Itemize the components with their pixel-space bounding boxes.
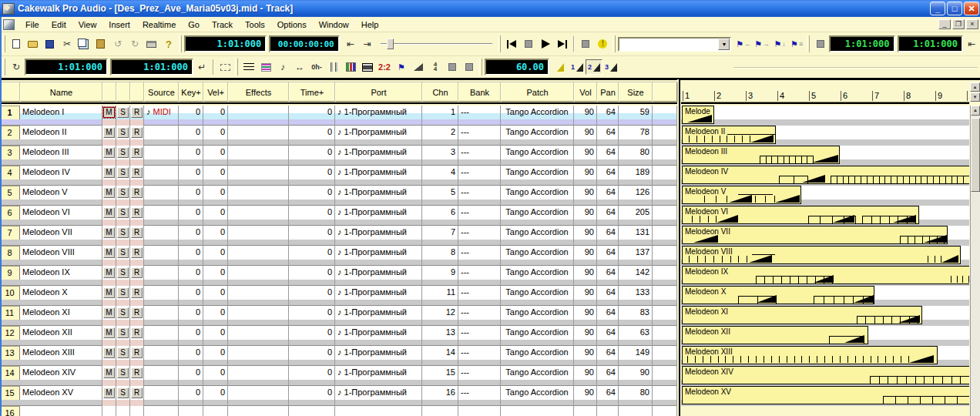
- punch-set-button[interactable]: ⇤: [963, 36, 980, 52]
- cell-time[interactable]: 0: [289, 266, 335, 286]
- mute-button[interactable]: M: [103, 167, 115, 178]
- cell-bank[interactable]: ---: [458, 346, 501, 366]
- mute-button[interactable]: M: [103, 287, 115, 298]
- cell-pan[interactable]: 64: [597, 186, 619, 206]
- menu-item-insert[interactable]: Insert: [102, 18, 136, 32]
- cell-source[interactable]: [144, 386, 179, 406]
- hex-view-button[interactable]: 0h-: [308, 59, 325, 75]
- toolbar-grip[interactable]: [2, 35, 5, 52]
- cell-size[interactable]: 137: [619, 246, 653, 266]
- toolbar-grip[interactable]: [235, 59, 238, 75]
- cell-port[interactable]: ♪ 1-Программный: [335, 186, 422, 206]
- cell-port[interactable]: ♪ 1-Программный: [335, 246, 422, 266]
- cell-chn[interactable]: 14: [422, 346, 458, 366]
- go-end-button[interactable]: [554, 36, 571, 52]
- cell-name[interactable]: Melodeon I: [20, 106, 102, 126]
- cell-bank[interactable]: ---: [458, 166, 501, 186]
- cell-effects[interactable]: [228, 186, 289, 206]
- solo-button[interactable]: S: [117, 127, 129, 138]
- cell-effects[interactable]: [228, 146, 289, 166]
- cell-patch[interactable]: Tango Accordion: [501, 206, 574, 226]
- cell-vel[interactable]: 0: [203, 246, 228, 266]
- cell-patch[interactable]: Tango Accordion: [501, 166, 574, 186]
- tempo-ratio-2-button[interactable]: 2: [586, 59, 602, 75]
- cell-key[interactable]: 0: [179, 106, 203, 126]
- track-number-cell[interactable]: 3: [0, 146, 20, 159]
- cell-port[interactable]: ♪ 1-Программный: [335, 266, 422, 286]
- track-number-cell[interactable]: 13: [0, 346, 20, 360]
- cell-port[interactable]: ♪ 1-Программный: [335, 366, 422, 386]
- solo-button[interactable]: S: [117, 387, 129, 398]
- cell-name[interactable]: Melodeon XIII: [20, 346, 102, 366]
- marker-dropdown[interactable]: ▼: [618, 37, 731, 52]
- cut-button[interactable]: ✂: [59, 36, 76, 52]
- layout-button[interactable]: [461, 59, 478, 75]
- track-number-cell[interactable]: 11: [0, 306, 20, 320]
- clip[interactable]: Melodeon XV: [682, 386, 969, 404]
- open-file-button[interactable]: [25, 36, 42, 52]
- minimize-button[interactable]: _: [930, 2, 945, 15]
- track-number-cell[interactable]: 6: [0, 206, 20, 220]
- cell-key[interactable]: 0: [179, 366, 203, 386]
- mute-button[interactable]: M: [103, 387, 115, 398]
- mute-button[interactable]: M: [103, 267, 115, 278]
- clip[interactable]: Melodeon V: [682, 186, 801, 204]
- menu-item-window[interactable]: Window: [313, 18, 355, 32]
- punch-in-display[interactable]: 1:01:000: [829, 35, 894, 52]
- loop-from-display[interactable]: 1:01:000: [25, 59, 108, 75]
- cell-effects[interactable]: [228, 366, 289, 386]
- mute-button[interactable]: M: [103, 127, 115, 138]
- cell-name[interactable]: Melodeon IV: [20, 166, 102, 186]
- cell-time[interactable]: 0: [289, 226, 335, 246]
- cell-effects[interactable]: [228, 326, 289, 346]
- cell-bank[interactable]: ---: [458, 266, 501, 286]
- cell-key[interactable]: 0: [179, 306, 203, 326]
- cell-effects[interactable]: [228, 246, 289, 266]
- cell-effects[interactable]: [228, 306, 289, 326]
- cell-bank[interactable]: ---: [458, 386, 501, 406]
- cell-vel[interactable]: 0: [203, 366, 228, 386]
- menu-item-go[interactable]: Go: [182, 18, 206, 32]
- toolbar-grip[interactable]: [2, 59, 5, 75]
- cell-source[interactable]: [144, 126, 179, 146]
- menu-item-track[interactable]: Track: [206, 18, 239, 32]
- cell-pan[interactable]: 64: [597, 326, 619, 346]
- mute-button[interactable]: M: [103, 187, 115, 198]
- cell-vol[interactable]: 90: [574, 386, 597, 406]
- mute-button[interactable]: M: [103, 147, 115, 158]
- menu-item-view[interactable]: View: [72, 18, 103, 32]
- cell-vel[interactable]: 0: [203, 306, 228, 326]
- solo-button[interactable]: S: [117, 327, 129, 338]
- step-back-button[interactable]: ⇤: [342, 36, 359, 52]
- menu-item-edit[interactable]: Edit: [45, 18, 72, 32]
- cell-name[interactable]: Melodeon XI: [20, 306, 102, 326]
- clip[interactable]: Melodeon VI: [682, 206, 919, 224]
- cell-name[interactable]: Melodeon VII: [20, 226, 102, 246]
- big-time-button[interactable]: 2:2: [376, 59, 393, 75]
- markers-view-button[interactable]: ⚑: [393, 59, 410, 75]
- cell-time[interactable]: 0: [289, 366, 335, 386]
- clip[interactable]: Melodeon IX: [682, 266, 969, 284]
- cell-key[interactable]: 0: [179, 166, 203, 186]
- cell-bank[interactable]: ---: [458, 366, 501, 386]
- child-close-button[interactable]: ×: [966, 19, 978, 29]
- cell-key[interactable]: 0: [179, 346, 203, 366]
- cell-effects[interactable]: [228, 166, 289, 186]
- cell-source[interactable]: [144, 266, 179, 286]
- menu-item-file[interactable]: File: [19, 18, 45, 32]
- mute-button[interactable]: M: [103, 107, 115, 118]
- event-list-button[interactable]: [257, 59, 274, 75]
- cell-vol[interactable]: 90: [574, 306, 597, 326]
- track-number-cell[interactable]: 15: [0, 386, 20, 400]
- cell-key[interactable]: 0: [179, 386, 203, 406]
- cell-vol[interactable]: 90: [574, 286, 597, 306]
- document-icon[interactable]: [3, 19, 15, 30]
- tempo-ratio-1-button[interactable]: 1: [569, 59, 586, 75]
- mute-button[interactable]: M: [103, 327, 115, 338]
- cell-effects[interactable]: [228, 266, 289, 286]
- cell-pan[interactable]: 64: [597, 206, 619, 226]
- dropdown-arrow-icon[interactable]: ▼: [718, 39, 730, 50]
- cell-chn[interactable]: 13: [422, 326, 458, 346]
- marker-list-button[interactable]: ⚑≡: [788, 36, 805, 52]
- loop-thru-display[interactable]: 1:01:000: [110, 59, 193, 75]
